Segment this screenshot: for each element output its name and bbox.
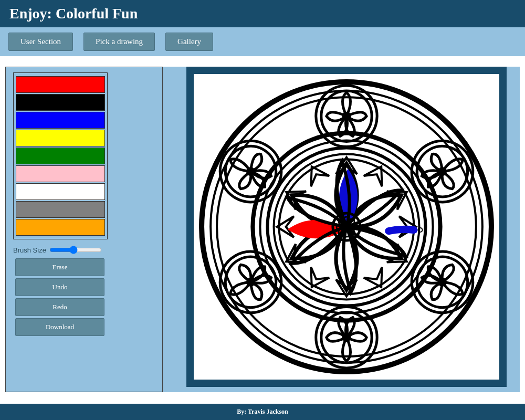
footer-credit: By: Travis Jackson: [0, 404, 525, 420]
sidebar: Brush Size Erase Undo Redo Download: [5, 67, 163, 392]
app-title: Enjoy: Colorful Fun: [0, 0, 525, 27]
color-swatch-4[interactable]: [16, 148, 105, 164]
erase-button[interactable]: Erase: [15, 258, 104, 276]
user-section-button[interactable]: User Section: [8, 33, 73, 51]
color-swatch-5[interactable]: [16, 165, 105, 182]
undo-button[interactable]: Undo: [15, 278, 104, 296]
navbar: User Section Pick a drawing Gallery: [0, 27, 525, 58]
color-palette: [13, 72, 108, 239]
brush-size-label: Brush Size: [13, 246, 46, 254]
download-button[interactable]: Download: [15, 318, 104, 336]
drawing-canvas[interactable]: [194, 74, 499, 380]
color-swatch-0[interactable]: [16, 76, 105, 93]
brush-size-slider[interactable]: [49, 246, 102, 254]
color-swatch-1[interactable]: [16, 94, 105, 111]
color-swatch-7[interactable]: [16, 201, 105, 218]
color-swatch-3[interactable]: [16, 130, 105, 146]
redo-button[interactable]: Redo: [15, 298, 104, 316]
canvas-area: [163, 67, 520, 392]
canvas-frame: [186, 67, 507, 387]
main-area: Brush Size Erase Undo Redo Download: [0, 61, 525, 397]
gallery-button[interactable]: Gallery: [165, 33, 213, 51]
color-swatch-6[interactable]: [16, 183, 105, 200]
color-swatch-8[interactable]: [16, 219, 105, 236]
pick-drawing-button[interactable]: Pick a drawing: [83, 33, 155, 51]
brush-size-control: Brush Size: [13, 246, 162, 254]
mandala-icon: [194, 74, 499, 380]
color-swatch-2[interactable]: [16, 112, 105, 129]
